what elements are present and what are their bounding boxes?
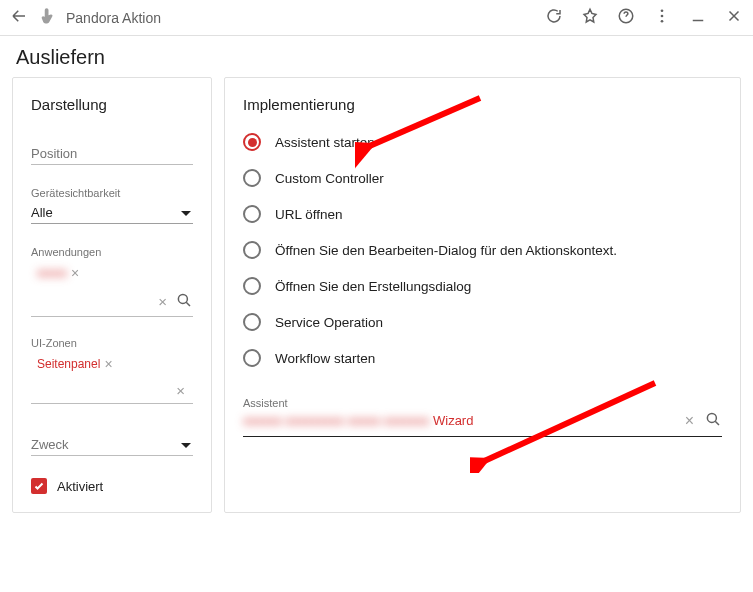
- svg-point-2: [661, 15, 664, 18]
- svg-point-3: [661, 20, 664, 23]
- radio-icon[interactable]: [243, 241, 261, 259]
- applications-label: Anwendungen: [31, 246, 193, 258]
- radio-label: Öffnen Sie den Erstellungsdialog: [275, 279, 471, 294]
- svg-point-4: [178, 294, 187, 303]
- radio-icon[interactable]: [243, 349, 261, 367]
- application-chip[interactable]: xxxxx ×: [31, 263, 81, 283]
- radio-label: Custom Controller: [275, 171, 384, 186]
- chevron-down-icon: [181, 443, 191, 448]
- uizone-chip[interactable]: Seitenpanel ×: [31, 354, 115, 374]
- search-icon[interactable]: [175, 291, 193, 312]
- main-heading: Implementierung: [243, 96, 722, 113]
- app-icon: [38, 7, 56, 28]
- minimize-icon[interactable]: [689, 7, 707, 28]
- uizones-label: UI-Zonen: [31, 337, 193, 349]
- search-icon[interactable]: [704, 410, 722, 431]
- refresh-icon[interactable]: [545, 7, 563, 28]
- radio-option[interactable]: URL öffnen: [243, 205, 722, 223]
- radio-label: URL öffnen: [275, 207, 343, 222]
- purpose-field[interactable]: [31, 432, 193, 456]
- chip-remove-icon[interactable]: ×: [71, 265, 79, 281]
- purpose-input[interactable]: [31, 432, 193, 456]
- radio-option[interactable]: Service Operation: [243, 313, 722, 331]
- radio-icon[interactable]: [243, 205, 261, 223]
- radio-icon[interactable]: [243, 277, 261, 295]
- close-icon[interactable]: [725, 7, 743, 28]
- wizard-label: Assistent: [243, 397, 722, 409]
- main-card: Implementierung Assistent startenCustom …: [224, 77, 741, 513]
- activated-label: Aktiviert: [57, 479, 103, 494]
- radio-icon[interactable]: [243, 133, 261, 151]
- clear-icon[interactable]: ×: [176, 382, 185, 399]
- radio-icon[interactable]: [243, 169, 261, 187]
- radio-label: Öffnen Sie den Bearbeiten-Dialog für den…: [275, 243, 617, 258]
- device-visibility-select[interactable]: Alle: [31, 200, 193, 224]
- implementation-radio-group: Assistent startenCustom ControllerURL öf…: [243, 133, 722, 367]
- activated-checkbox[interactable]: [31, 478, 47, 494]
- back-icon[interactable]: [10, 7, 28, 28]
- radio-label: Assistent starten: [275, 135, 375, 150]
- svg-point-5: [707, 413, 716, 422]
- top-bar: Pandora Aktion: [0, 0, 753, 36]
- sidebar-card: Darstellung Gerätesichtbarkeit Alle Anwe…: [12, 77, 212, 513]
- sidebar-heading: Darstellung: [31, 96, 193, 113]
- position-input[interactable]: [31, 141, 193, 165]
- uizones-field: UI-Zonen Seitenpanel ×: [31, 337, 193, 378]
- more-icon[interactable]: [653, 7, 671, 28]
- radio-option[interactable]: Öffnen Sie den Bearbeiten-Dialog für den…: [243, 241, 722, 259]
- radio-label: Workflow starten: [275, 351, 375, 366]
- activated-row[interactable]: Aktiviert: [31, 478, 193, 494]
- uizones-search-row: ×: [31, 382, 193, 404]
- applications-field: Anwendungen xxxxx ×: [31, 246, 193, 287]
- device-visibility-field[interactable]: Gerätesichtbarkeit Alle: [31, 187, 193, 224]
- radio-label: Service Operation: [275, 315, 383, 330]
- help-icon[interactable]: [617, 7, 635, 28]
- radio-option[interactable]: Assistent starten: [243, 133, 722, 151]
- device-visibility-label: Gerätesichtbarkeit: [31, 187, 193, 199]
- radio-icon[interactable]: [243, 313, 261, 331]
- wizard-field: Assistent xxxxxx xxxxxxxxx xxxxx xxxxxxx…: [243, 397, 722, 437]
- chip-remove-icon[interactable]: ×: [104, 356, 112, 372]
- wizard-input[interactable]: xxxxxx xxxxxxxxx xxxxx xxxxxxx Wizard ×: [243, 410, 722, 437]
- radio-option[interactable]: Öffnen Sie den Erstellungsdialog: [243, 277, 722, 295]
- radio-option[interactable]: Workflow starten: [243, 349, 722, 367]
- radio-option[interactable]: Custom Controller: [243, 169, 722, 187]
- clear-icon[interactable]: ×: [685, 412, 694, 430]
- svg-point-1: [661, 9, 664, 12]
- page-title: Ausliefern: [0, 36, 753, 77]
- chevron-down-icon: [181, 211, 191, 216]
- app-title: Pandora Aktion: [66, 10, 545, 26]
- applications-search-row: ×: [31, 291, 193, 317]
- position-field: [31, 141, 193, 165]
- toolbar-actions: [545, 7, 743, 28]
- star-icon[interactable]: [581, 7, 599, 28]
- clear-icon[interactable]: ×: [158, 293, 167, 310]
